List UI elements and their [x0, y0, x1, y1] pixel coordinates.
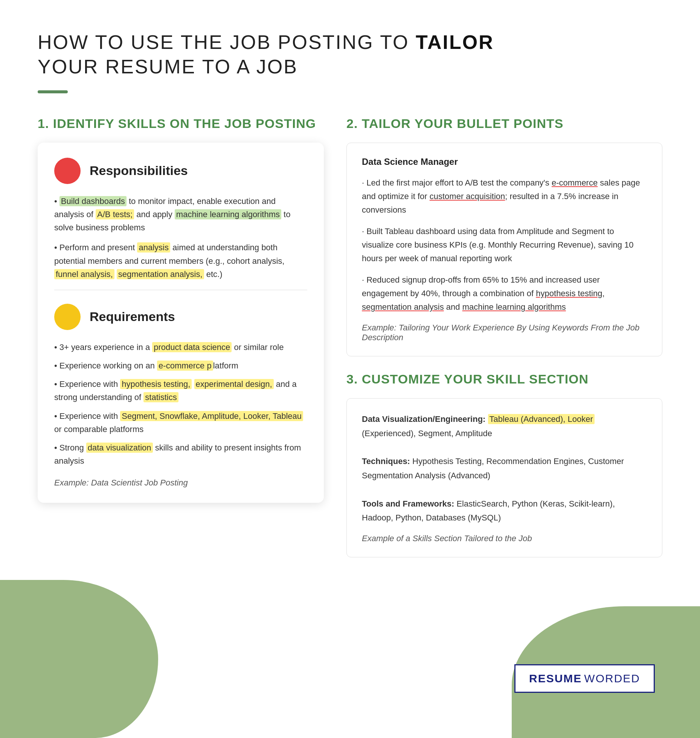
skills-card: Data Visualization/Engineering: Tableau … [346, 398, 662, 557]
page-wrapper: HOW TO USE THE JOB POSTING TO TAILOR YOU… [0, 0, 700, 738]
section2-example: Example: Tailoring Your Work Experience … [362, 323, 647, 342]
req-item-4: • Experience with Segment, Snowflake, Am… [54, 409, 307, 436]
tailor-bullet-2: Built Tableau dashboard using data from … [362, 225, 647, 266]
title-bold: TAILOR [416, 31, 494, 53]
logo-resume-text: RESUME [529, 672, 582, 685]
requirements-title: Requirements [90, 309, 175, 324]
page-title: HOW TO USE THE JOB POSTING TO TAILOR YOU… [38, 30, 662, 79]
title-divider [38, 90, 68, 93]
red-circle-icon [54, 158, 81, 184]
req-item-2: • Experience working on an e-commerce pl… [54, 359, 307, 372]
job-title-label: Data Science Manager [362, 157, 647, 167]
section3-heading: 3. CUSTOMIZE YOUR SKILL SECTION [346, 371, 662, 387]
bg-blob-left [0, 580, 158, 738]
resp-bullet-1: • Build dashboards to monitor impact, en… [54, 195, 307, 234]
responsibilities-title: Responsibilities [90, 163, 188, 178]
underline-ecommerce: e-commerce [552, 178, 598, 187]
tailor-bullet-1: Led the first major effort to A/B test t… [362, 176, 647, 217]
req-item-3: • Experience with hypothesis testing, ex… [54, 377, 307, 404]
skills-text: Data Visualization/Engineering: Tableau … [362, 412, 647, 525]
highlight-product-data-science: product data science [152, 342, 232, 352]
underline-customer-acquisition: customer acquisition [430, 192, 505, 201]
title-suffix: YOUR RESUME TO A JOB [38, 56, 298, 78]
logo-worded-text: WORDED [584, 672, 640, 685]
responsibilities-header: Responsibilities [54, 158, 307, 184]
highlight-segment-snowflake: Segment, Snowflake, Amplitude, Looker, T… [120, 411, 303, 421]
skill-label-3: Tools and Frameworks: [362, 499, 454, 508]
resp-bullet-2: • Perform and present analysis aimed at … [54, 241, 307, 281]
resume-worded-logo: RESUME WORDED [514, 664, 655, 693]
highlight-ab-tests: A/B tests; [96, 209, 134, 219]
highlight-segmentation-analysis: segmentation analysis, [117, 269, 204, 279]
highlight-build-dashboards: Build dashboards [59, 196, 127, 206]
requirements-header: Requirements [54, 304, 307, 330]
tailor-bullet-3: Reduced signup drop-offs from 65% to 15%… [362, 273, 647, 314]
main-content: HOW TO USE THE JOB POSTING TO TAILOR YOU… [38, 30, 662, 572]
req-item-1: • 3+ years experience in a product data … [54, 341, 307, 354]
right-column: 2. TAILOR YOUR BULLET POINTS Data Scienc… [346, 116, 662, 572]
highlight-hypothesis-testing: hypothesis testing, [120, 379, 192, 389]
job-posting-card: Responsibilities • Build dashboards to m… [38, 143, 324, 503]
title-prefix: HOW TO USE THE JOB POSTING TO [38, 31, 416, 53]
two-column-layout: 1. IDENTIFY SKILLS ON THE JOB POSTING Re… [38, 116, 662, 572]
highlight-experimental-design: experimental design, [194, 379, 274, 389]
section2-heading: 2. TAILOR YOUR BULLET POINTS [346, 116, 662, 131]
highlight-statistics: statistics [143, 392, 178, 402]
highlight-tableau: Tableau (Advanced), Looker [488, 414, 595, 424]
section1-example: Example: Data Scientist Job Posting [54, 478, 307, 488]
section1-heading: 1. IDENTIFY SKILLS ON THE JOB POSTING [38, 116, 324, 131]
requirements-list: • 3+ years experience in a product data … [54, 341, 307, 468]
highlight-ml-algorithms: machine learning algorithms [175, 209, 281, 219]
card-divider [54, 290, 307, 290]
skill-label-2: Techniques: [362, 456, 410, 466]
req-item-5: • Strong data visualization skills and a… [54, 441, 307, 467]
highlight-ecommerce-platform: e-commerce p [157, 361, 213, 371]
underline-ml-algorithms: machine learning algorithms [462, 302, 566, 312]
yellow-circle-icon [54, 304, 81, 330]
highlight-analysis: analysis [137, 242, 170, 253]
underline-segmentation-analysis: segmentation analysis [362, 302, 444, 312]
section3-example: Example of a Skills Section Tailored to … [362, 534, 647, 543]
skill-label-1: Data Visualization/Engineering: [362, 414, 485, 424]
highlight-funnel-analysis: funnel analysis, [54, 269, 114, 279]
tailor-bullets-card: Data Science Manager Led the first major… [346, 143, 662, 357]
highlight-data-visualization: data visualization [86, 443, 153, 453]
underline-hypothesis-testing: hypothesis testing [536, 289, 602, 298]
left-column: 1. IDENTIFY SKILLS ON THE JOB POSTING Re… [38, 116, 324, 518]
logo-area: RESUME WORDED [514, 664, 655, 693]
